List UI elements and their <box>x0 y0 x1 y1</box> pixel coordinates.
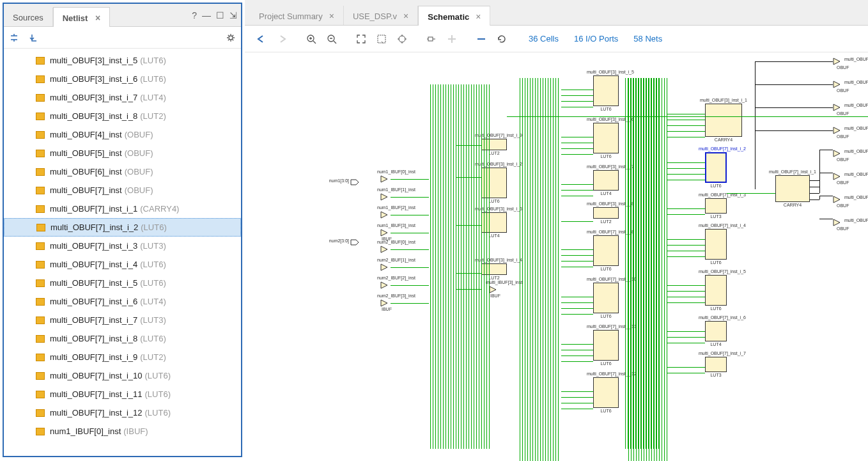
tree-item-multi-obuf-7--inst-i-1[interactable]: multi_OBUF[7]_inst_i_1 (CARRY4) <box>4 199 241 218</box>
popout-icon[interactable]: ⇲ <box>229 10 237 20</box>
schematic-cell[interactable] <box>593 235 619 266</box>
tree-item-multi-obuf-7--inst-i-12[interactable]: multi_OBUF[7]_inst_i_12 (LUT6) <box>4 403 241 422</box>
close-icon[interactable]: × <box>403 11 408 21</box>
schematic-cell[interactable] <box>593 123 619 153</box>
buffer-symbol[interactable] <box>380 211 391 221</box>
netlist-tree[interactable]: multi_OBUF[3]_inst_i_5 (LUT6)multi_OBUF[… <box>4 49 241 456</box>
collapse-all-icon[interactable] <box>9 33 19 43</box>
tree-item-multi-obuf-4--inst[interactable]: multi_OBUF[4]_inst (OBUF) <box>4 125 241 144</box>
schematic-cell[interactable] <box>593 283 619 313</box>
schematic-cell[interactable] <box>481 263 507 275</box>
tree-item-multi-obuf-3--inst-i-8[interactable]: multi_OBUF[3]_inst_i_8 (LUT2) <box>4 107 241 125</box>
cell-icon <box>36 224 45 231</box>
cell-name: multi_OBUF[7]_inst_i_8 <box>50 334 137 343</box>
tree-item-multi-obuf-3--inst-i-5[interactable]: multi_OBUF[3]_inst_i_5 (LUT6) <box>4 51 241 70</box>
tree-item-num1-ibuf-0--inst[interactable]: num1_IBUF[0]_inst (IBUF) <box>4 422 241 441</box>
buffer-symbol[interactable] <box>380 281 391 291</box>
schematic-cell[interactable] <box>705 275 727 306</box>
cell-type: (LUT6) <box>140 56 166 65</box>
schematic-cell[interactable] <box>593 75 619 106</box>
tree-item-multi-obuf-3--inst-i-7[interactable]: multi_OBUF[3]_inst_i_7 (LUT4) <box>4 88 241 107</box>
tree-item-multi-obuf-7--inst-i-4[interactable]: multi_OBUF[7]_inst_i_4 (LUT6) <box>4 255 241 274</box>
schematic-cell[interactable] <box>481 168 507 198</box>
maximize-icon[interactable]: ☐ <box>216 10 224 20</box>
io-ports-link[interactable]: 16 I/O Ports <box>574 34 618 43</box>
svg-point-3 <box>399 36 405 42</box>
schematic-cell[interactable] <box>593 330 619 361</box>
add-icon[interactable] <box>442 29 462 49</box>
tab-schematic[interactable]: Schematic× <box>418 6 490 26</box>
tab-project-summary[interactable]: Project Summary× <box>250 6 344 25</box>
settings-icon[interactable] <box>226 33 236 43</box>
cell-name-label: multi_OBUF[7]_inst_i_9 <box>475 133 513 137</box>
schematic-cell[interactable] <box>593 170 619 191</box>
tree-item-multi-obuf-7--inst-i-9[interactable]: multi_OBUF[7]_inst_i_9 (LUT2) <box>4 348 241 366</box>
schematic-cell[interactable] <box>775 175 810 202</box>
schematic-cell[interactable] <box>705 104 742 137</box>
schematic-cell[interactable] <box>481 212 507 233</box>
tree-item-multi-obuf-7--inst-i-6[interactable]: multi_OBUF[7]_inst_i_6 (LUT4) <box>4 292 241 311</box>
schematic-cell[interactable] <box>481 139 507 150</box>
tree-item-multi-obuf-5--inst[interactable]: multi_OBUF[5]_inst (OBUF) <box>4 144 241 162</box>
close-icon[interactable]: × <box>329 11 334 21</box>
cell-name-label: multi_OBUF[7]_inst_i_10 <box>587 277 625 281</box>
help-icon[interactable]: ? <box>192 10 197 20</box>
cell-type-label: LUT6 <box>593 314 619 318</box>
schematic-cell[interactable] <box>593 207 619 219</box>
svg-rect-4 <box>428 37 433 41</box>
schematic-cell[interactable] <box>593 377 619 408</box>
tree-item-multi-obuf-7--inst-i-10[interactable]: multi_OBUF[7]_inst_i_10 (LUT6) <box>4 366 241 385</box>
close-icon[interactable]: × <box>95 13 100 23</box>
schematic-cell[interactable] <box>705 229 727 260</box>
port-symbol[interactable] <box>350 178 359 187</box>
close-icon[interactable]: × <box>476 12 481 22</box>
regenerate-icon[interactable] <box>492 29 512 49</box>
cell-name: multi_OBUF[7]_inst_i_4 <box>50 260 137 269</box>
buffer-symbol[interactable] <box>380 175 391 185</box>
cell-type-label: LUT6 <box>705 260 727 265</box>
tab-sources[interactable]: Sources <box>4 8 53 26</box>
zoom-out-icon[interactable] <box>322 29 342 49</box>
cell-name-label: multi_OBUF[3]_inst_i_3 <box>475 207 513 211</box>
buffer-symbol[interactable] <box>380 263 391 273</box>
tree-item-multi-obuf-7--inst-i-5[interactable]: multi_OBUF[7]_inst_i_5 (LUT6) <box>4 274 241 292</box>
buffer-type: IBUF <box>490 293 500 298</box>
tree-item-multi-obuf-7--inst[interactable]: multi_OBUF[7]_inst (OBUF) <box>4 181 241 199</box>
cell-type-label: LUT6 <box>481 199 507 203</box>
nets-link[interactable]: 58 Nets <box>633 34 662 43</box>
schematic-cell[interactable] <box>705 152 727 183</box>
schematic-cell[interactable] <box>705 321 727 341</box>
tree-item-multi-obuf-6--inst[interactable]: multi_OBUF[6]_inst (OBUF) <box>4 162 241 181</box>
netlist-toolbar <box>4 27 241 49</box>
schematic-cell[interactable] <box>705 357 727 372</box>
autofit-icon[interactable] <box>392 29 412 49</box>
tree-item-multi-obuf-7--inst-i-8[interactable]: multi_OBUF[7]_inst_i_8 (LUT6) <box>4 329 241 348</box>
zoom-fit-icon[interactable] <box>351 29 371 49</box>
tree-item-multi-obuf-7--inst-i-7[interactable]: multi_OBUF[7]_inst_i_7 (LUT3) <box>4 311 241 329</box>
remove-icon[interactable] <box>471 29 492 49</box>
buffer-symbol[interactable] <box>380 246 391 255</box>
buffer-symbol[interactable] <box>380 193 391 203</box>
nav-forward-icon[interactable] <box>272 29 292 49</box>
tab-netlist[interactable]: Netlist × <box>53 7 111 27</box>
obuf-type: OBUF <box>837 65 849 70</box>
tree-item-multi-obuf-3--inst-i-6[interactable]: multi_OBUF[3]_inst_i_6 (LUT6) <box>4 70 241 88</box>
cells-link[interactable]: 36 Cells <box>529 34 559 43</box>
expand-tree-icon[interactable] <box>28 33 38 43</box>
toggle-ports-icon[interactable] <box>421 29 442 49</box>
cell-name: multi_OBUF[7]_inst_i_2 <box>50 223 138 232</box>
schematic-cell[interactable] <box>705 198 727 214</box>
nav-back-icon[interactable] <box>251 29 272 49</box>
port-symbol[interactable] <box>350 238 359 247</box>
tree-item-multi-obuf-7--inst-i-2[interactable]: multi_OBUF[7]_inst_i_2 (LUT6) <box>4 218 241 237</box>
zoom-in-icon[interactable] <box>301 29 322 49</box>
minimize-icon[interactable]: — <box>202 10 211 20</box>
select-area-icon[interactable] <box>371 29 392 49</box>
tree-item-multi-obuf-7--inst-i-3[interactable]: multi_OBUF[7]_inst_i_3 (LUT3) <box>4 237 241 255</box>
cell-name-label: multi_OBUF[7]_inst_i_7 <box>699 351 733 356</box>
buffer-label: num1_IBUF[3]_inst <box>377 223 415 228</box>
schematic-canvas[interactable]: num1[3:0]num1_IBUF[0]_instnum1_IBUF[1]_i… <box>245 52 868 461</box>
tree-item-multi-obuf-7--inst-i-11[interactable]: multi_OBUF[7]_inst_i_11 (LUT6) <box>4 385 241 403</box>
tab-use-dsp[interactable]: USE_DSP.v× <box>344 6 418 25</box>
cell-name: multi_OBUF[7]_inst_i_9 <box>50 352 137 362</box>
